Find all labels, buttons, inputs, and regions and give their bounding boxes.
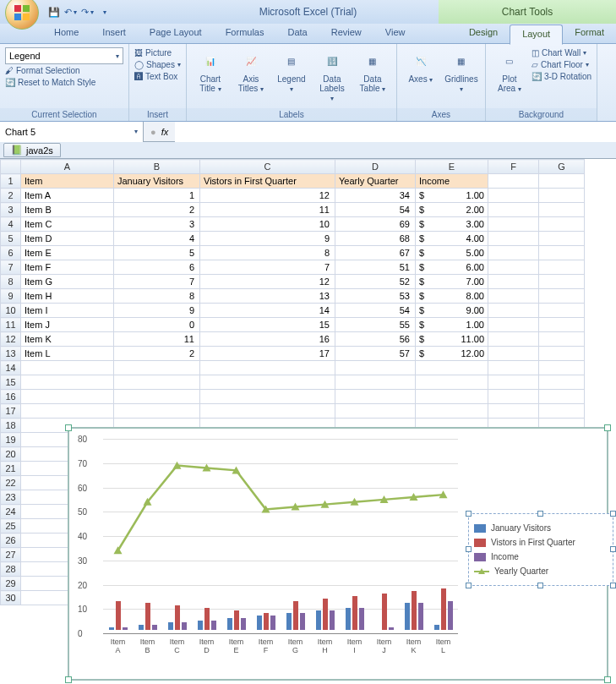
cell[interactable] <box>416 404 488 419</box>
line-series-Yearly-Quarter[interactable] <box>103 439 458 633</box>
cell[interactable]: 34 <box>335 189 416 203</box>
col-header-E[interactable]: E <box>416 160 488 174</box>
legend-handle[interactable] <box>466 583 472 588</box>
cell[interactable]: Item <box>21 174 114 189</box>
cell[interactable] <box>488 203 539 217</box>
cell[interactable] <box>488 404 539 419</box>
cell[interactable]: 12 <box>200 275 335 289</box>
cell[interactable] <box>335 375 416 390</box>
cell[interactable] <box>539 304 585 318</box>
chart-legend[interactable]: January VisitorsVistors in First Quarter… <box>468 513 613 586</box>
cell[interactable] <box>539 390 585 404</box>
row-header[interactable]: 5 <box>1 232 21 246</box>
legend-item[interactable]: Income <box>474 550 608 564</box>
cell[interactable]: 16 <box>200 332 335 347</box>
cell[interactable]: 0 <box>114 318 200 332</box>
data-table-button[interactable]: ▦Data Table ▾ <box>354 47 391 95</box>
cell[interactable]: $2.00 <box>416 203 488 217</box>
cell[interactable] <box>488 390 539 404</box>
cell[interactable] <box>488 246 539 260</box>
row-header[interactable]: 15 <box>1 375 21 390</box>
cell[interactable]: Item J <box>21 318 114 332</box>
select-all-cell[interactable] <box>1 160 21 174</box>
name-box[interactable]: Chart 5▾ <box>0 122 144 142</box>
chart-handle[interactable] <box>65 424 72 431</box>
axis-titles-button[interactable]: 📈Axis Titles ▾ <box>232 47 270 95</box>
worksheet-area[interactable]: ABCDEFG1ItemJanuary VisitorsVistors in F… <box>0 159 616 683</box>
cell[interactable]: 8 <box>200 246 335 260</box>
cell[interactable] <box>539 232 585 246</box>
row-header[interactable]: 6 <box>1 246 21 260</box>
legend-handle[interactable] <box>610 583 616 588</box>
cell[interactable] <box>21 375 114 390</box>
legend-item[interactable]: Vistors in First Quarter <box>474 535 608 550</box>
cell[interactable]: $12.00 <box>416 347 488 361</box>
cell[interactable]: January Visitors <box>114 174 200 189</box>
cell[interactable]: Income <box>416 174 488 189</box>
cell[interactable] <box>200 390 335 404</box>
cell[interactable]: Vistors in First Quarter <box>200 174 335 189</box>
row-header[interactable]: 20 <box>1 447 21 462</box>
cell[interactable]: 56 <box>335 332 416 347</box>
cell[interactable]: 13 <box>200 289 335 304</box>
undo-icon[interactable]: ↶▾ <box>64 5 78 19</box>
cell[interactable]: 10 <box>200 217 335 232</box>
tab-insert[interactable]: Insert <box>90 24 138 43</box>
row-header[interactable]: 29 <box>1 577 21 591</box>
cell[interactable]: 8 <box>114 289 200 304</box>
cell[interactable]: $7.00 <box>416 275 488 289</box>
cell[interactable] <box>539 361 585 375</box>
cell[interactable] <box>488 189 539 203</box>
row-header[interactable]: 17 <box>1 404 21 419</box>
cell[interactable]: Item F <box>21 260 114 275</box>
row-header[interactable]: 7 <box>1 260 21 275</box>
chart-handle[interactable] <box>604 424 611 431</box>
cell[interactable]: 17 <box>200 347 335 361</box>
gridlines-button[interactable]: ▦Gridlines ▾ <box>443 47 480 95</box>
cell[interactable] <box>200 404 335 419</box>
cell[interactable] <box>488 289 539 304</box>
cell[interactable]: $5.00 <box>416 246 488 260</box>
cell[interactable]: Item L <box>21 347 114 361</box>
chart-handle[interactable] <box>604 676 611 683</box>
cell[interactable]: $8.00 <box>416 289 488 304</box>
row-header[interactable]: 11 <box>1 318 21 332</box>
cell[interactable] <box>488 232 539 246</box>
cell[interactable]: $3.00 <box>416 217 488 232</box>
cell[interactable]: 9 <box>114 304 200 318</box>
cell[interactable]: Item K <box>21 332 114 347</box>
cell[interactable] <box>539 174 585 189</box>
tab-format[interactable]: Format <box>563 24 616 44</box>
cell[interactable] <box>488 347 539 361</box>
cell[interactable] <box>539 347 585 361</box>
cell[interactable] <box>539 332 585 347</box>
fx-icon[interactable]: fx <box>161 127 169 137</box>
cell[interactable] <box>488 217 539 232</box>
cell[interactable] <box>416 361 488 375</box>
row-header[interactable]: 2 <box>1 189 21 203</box>
cell[interactable] <box>335 361 416 375</box>
cell[interactable] <box>335 390 416 404</box>
cell[interactable] <box>488 174 539 189</box>
cell[interactable]: Item I <box>21 304 114 318</box>
cell[interactable]: $1.00 <box>416 318 488 332</box>
cell[interactable] <box>200 375 335 390</box>
cell[interactable]: 4 <box>114 232 200 246</box>
cell[interactable] <box>114 375 200 390</box>
cell[interactable]: 54 <box>335 304 416 318</box>
tab-formulas[interactable]: Formulas <box>214 24 276 43</box>
picture-button[interactable]: 🖼Picture <box>134 47 181 58</box>
cell[interactable]: 2 <box>114 203 200 217</box>
cell[interactable]: 1 <box>114 189 200 203</box>
col-header-A[interactable]: A <box>21 160 114 174</box>
cell[interactable] <box>335 404 416 419</box>
cell[interactable]: Item A <box>21 189 114 203</box>
cell[interactable] <box>539 203 585 217</box>
cell[interactable]: 51 <box>335 260 416 275</box>
cell[interactable] <box>200 361 335 375</box>
col-header-G[interactable]: G <box>539 160 585 174</box>
cell[interactable] <box>416 390 488 404</box>
workbook-tab[interactable]: 📗java2s <box>3 143 61 157</box>
row-header[interactable]: 16 <box>1 390 21 404</box>
tab-layout[interactable]: Layout <box>510 25 563 45</box>
